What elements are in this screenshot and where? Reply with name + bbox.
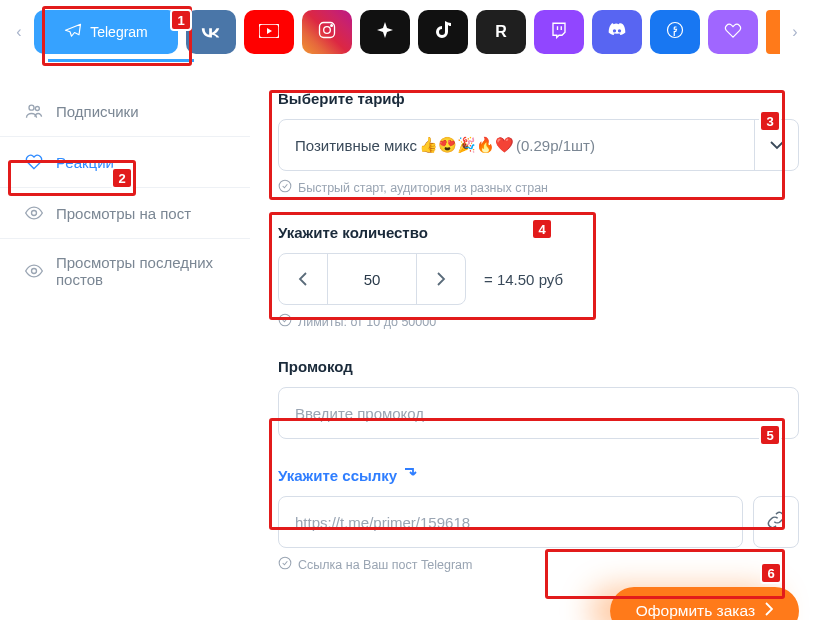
link-paste-button[interactable]	[753, 496, 799, 548]
platform-tile-facebook[interactable]	[650, 10, 700, 54]
telegram-icon	[64, 22, 82, 43]
platform-tile-vk[interactable]	[186, 10, 236, 54]
quantity-increase-button[interactable]	[417, 254, 465, 304]
tariff-value-prefix: Позитивные микс	[295, 137, 417, 154]
svg-point-3	[331, 24, 333, 26]
link-input[interactable]	[278, 496, 743, 548]
vk-icon	[200, 22, 222, 43]
sparkle-icon	[377, 22, 393, 43]
svg-point-2	[324, 26, 331, 33]
chevron-right-icon	[765, 602, 773, 620]
svg-point-5	[29, 105, 34, 110]
platform-tile-tiktok[interactable]	[418, 10, 468, 54]
submit-label: Оформить заказ	[636, 602, 755, 620]
content: Выберите тариф Позитивные микс 👍😍🎉🔥❤️ (0…	[250, 66, 827, 620]
quantity-hint: Лимиты: от 10 до 50000	[278, 313, 799, 330]
users-icon	[24, 101, 44, 121]
platform-tile-discord[interactable]	[592, 10, 642, 54]
platform-tile-telegram[interactable]: Telegram	[34, 10, 178, 54]
svg-point-9	[279, 180, 291, 192]
svg-point-8	[32, 269, 37, 274]
heart-icon	[724, 22, 742, 43]
sidebar-item-recent-views[interactable]: Просмотры последних постов	[0, 238, 250, 303]
platform-next-button[interactable]: ›	[788, 23, 802, 41]
platform-bar: ‹ Telegram R ›	[0, 0, 827, 66]
quantity-decrease-button[interactable]	[279, 254, 327, 304]
quantity-title: Укажите количество	[278, 224, 799, 241]
link-hint-text: Ссылка на Ваш пост Telegram	[298, 558, 472, 572]
sidebar-item-subscribers[interactable]: Подписчики	[0, 86, 250, 136]
sidebar-item-label: Просмотры последних постов	[56, 254, 226, 288]
platform-tile-rutube[interactable]: R	[476, 10, 526, 54]
quantity-section: Укажите количество 50 = 14.50 руб Лимиты…	[278, 224, 799, 330]
svg-point-7	[32, 211, 37, 216]
eye-icon	[24, 261, 44, 281]
link-hint: Ссылка на Ваш пост Telegram	[278, 556, 799, 573]
quantity-price: = 14.50 руб	[484, 271, 563, 288]
sidebar-item-post-views[interactable]: Просмотры на пост	[0, 187, 250, 238]
svg-point-4	[668, 22, 683, 37]
chevron-down-icon	[754, 120, 798, 170]
heart-outline-icon	[24, 152, 44, 172]
tariff-value-suffix: (0.29р/1шт)	[516, 137, 595, 154]
facebook-icon	[666, 21, 684, 44]
sidebar-item-label: Реакции	[56, 154, 114, 171]
platform-tile-instagram[interactable]	[302, 10, 352, 54]
platform-tile-likee[interactable]	[708, 10, 758, 54]
tariff-select[interactable]: Позитивные микс 👍😍🎉🔥❤️ (0.29р/1шт)	[278, 119, 799, 171]
eye-icon	[24, 203, 44, 223]
platform-tile-other1[interactable]	[360, 10, 410, 54]
platform-label: Telegram	[90, 24, 148, 40]
check-circle-icon	[278, 313, 292, 330]
sidebar-item-label: Подписчики	[56, 103, 139, 120]
tariff-hint-text: Быстрый старт, аудитория из разных стран	[298, 181, 548, 195]
platform-tile-twitch[interactable]	[534, 10, 584, 54]
link-section: Укажите ссылку Ссылка на Ваш пост Telegr…	[278, 467, 799, 573]
sidebar-item-label: Просмотры на пост	[56, 205, 191, 222]
check-circle-icon	[278, 556, 292, 573]
promo-input[interactable]	[278, 387, 799, 439]
twitch-icon	[550, 21, 568, 44]
tariff-section: Выберите тариф Позитивные микс 👍😍🎉🔥❤️ (0…	[278, 90, 799, 196]
platform-tile-next[interactable]	[766, 10, 780, 54]
active-indicator	[48, 59, 194, 62]
tariff-emojis: 👍😍🎉🔥❤️	[419, 136, 514, 154]
instagram-icon	[317, 20, 337, 45]
rutube-icon: R	[495, 23, 507, 41]
platform-tile-youtube[interactable]	[244, 10, 294, 54]
platform-prev-button[interactable]: ‹	[12, 23, 26, 41]
youtube-icon	[259, 22, 279, 43]
quantity-hint-text: Лимиты: от 10 до 50000	[298, 315, 436, 329]
tiktok-icon	[435, 21, 451, 44]
svg-point-10	[279, 314, 291, 326]
submit-row: Оформить заказ	[278, 587, 799, 620]
submit-button[interactable]: Оформить заказ	[610, 587, 799, 620]
link-title: Укажите ссылку	[278, 467, 799, 484]
tariff-title: Выберите тариф	[278, 90, 799, 107]
link-icon	[766, 510, 786, 534]
link-title-text: Укажите ссылку	[278, 467, 397, 484]
quantity-value[interactable]: 50	[327, 254, 417, 304]
arrow-down-icon	[403, 467, 419, 484]
discord-icon	[607, 22, 627, 43]
promo-section: Промокод	[278, 358, 799, 439]
sidebar-item-reactions[interactable]: Реакции	[0, 136, 250, 187]
tariff-hint: Быстрый старт, аудитория из разных стран	[278, 179, 799, 196]
check-circle-icon	[278, 179, 292, 196]
sidebar: Подписчики Реакции Просмотры на пост Про…	[0, 66, 250, 620]
svg-point-11	[279, 557, 291, 569]
promo-title: Промокод	[278, 358, 799, 375]
svg-point-6	[35, 107, 39, 111]
quantity-stepper: 50	[278, 253, 466, 305]
